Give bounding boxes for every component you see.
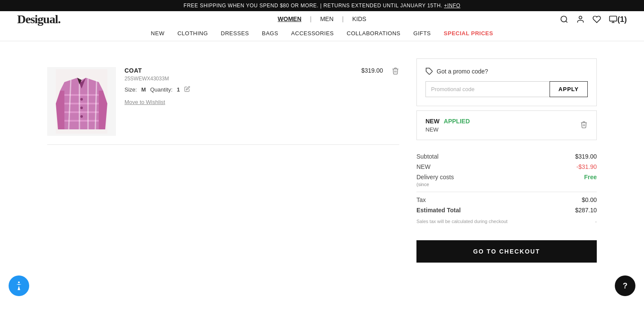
- heart-icon: [592, 15, 601, 24]
- header: Desigual. WOMEN | MEN | KIDS (1) NEW: [0, 11, 644, 41]
- banner-text: FREE SHIPPING WHEN YOU SPEND $80 OR MORE…: [184, 3, 443, 9]
- size-label: Size:: [125, 86, 137, 93]
- header-top: Desigual. WOMEN | MEN | KIDS (1): [17, 15, 627, 26]
- delivery-value: Free: [584, 174, 597, 187]
- cart-section: COAT 25SWEWX43033M Size: M Quantity: 1 M…: [47, 58, 399, 263]
- subtotal-value: $319.00: [575, 153, 597, 160]
- gender-nav-women[interactable]: WOMEN: [278, 15, 301, 23]
- top-banner: FREE SHIPPING WHEN YOU SPEND $80 OR MORE…: [0, 0, 644, 11]
- promo-code-input[interactable]: [425, 81, 550, 97]
- cart-item: COAT 25SWEWX43033M Size: M Quantity: 1 M…: [47, 58, 399, 145]
- delivery-label-text: Delivery costs: [416, 174, 454, 181]
- estimated-total-label: Estimated Total: [416, 207, 461, 214]
- cart-button[interactable]: (1): [609, 15, 627, 24]
- applied-status: APPLIED: [444, 118, 470, 125]
- tax-note: Sales tax will be calculated during chec…: [416, 219, 507, 224]
- checkout-button[interactable]: GO TO CHECKOUT: [416, 240, 597, 263]
- gender-nav: WOMEN | MEN | KIDS: [278, 15, 366, 23]
- quantity-value: 1: [177, 86, 180, 93]
- applied-code-box: NEW APPLIED NEW: [416, 110, 597, 140]
- header-icons: (1): [560, 15, 627, 24]
- discount-label: NEW: [416, 163, 431, 170]
- wishlist-button[interactable]: [592, 15, 601, 24]
- cart-count: (1): [617, 15, 627, 24]
- gender-nav-kids[interactable]: KIDS: [352, 15, 366, 23]
- order-summary: Got a promo code? APPLY NEW APPLIED NEW: [416, 58, 597, 263]
- subtotal-label: Subtotal: [416, 153, 438, 160]
- product-sku: 25SWEWX43033M: [125, 76, 352, 82]
- tax-value: $0.00: [582, 196, 597, 203]
- nav-accessories[interactable]: ACCESSORIES: [291, 30, 334, 37]
- page-content: COAT 25SWEWX43033M Size: M Quantity: 1 M…: [21, 41, 623, 280]
- trash-icon: [392, 67, 399, 75]
- tax-row: Tax $0.00: [416, 196, 597, 203]
- svg-line-1: [566, 21, 568, 23]
- delete-item-button[interactable]: [392, 67, 399, 77]
- tax-label: Tax: [416, 196, 426, 203]
- nav-collaborations[interactable]: COLLABORATIONS: [347, 30, 401, 37]
- applied-code-info: NEW APPLIED NEW: [425, 118, 470, 133]
- delivery-row: Delivery costs (since Free: [416, 174, 597, 187]
- delivery-label: Delivery costs (since: [416, 174, 454, 187]
- svg-point-17: [80, 107, 83, 109]
- subtotal-row: Subtotal $319.00: [416, 153, 597, 160]
- promo-section: Got a promo code? APPLY: [416, 58, 597, 106]
- product-image: [56, 69, 107, 134]
- totals-divider: [416, 192, 597, 192]
- discount-row: NEW -$31.90: [416, 163, 597, 170]
- logo[interactable]: Desigual.: [17, 12, 61, 26]
- estimated-total-value: $287.10: [575, 207, 597, 214]
- account-icon: [576, 15, 585, 24]
- tax-note-dash: -: [595, 219, 597, 224]
- nav-special-prices[interactable]: SPECIAL PRICES: [444, 30, 493, 37]
- banner-info-link[interactable]: +INFO: [444, 3, 460, 9]
- trash-promo-icon: [580, 121, 588, 128]
- search-icon: [560, 15, 568, 24]
- promo-input-row: APPLY: [425, 81, 588, 97]
- main-nav: NEW CLOTHING DRESSES BAGS ACCESSORIES CO…: [151, 26, 493, 41]
- svg-point-2: [579, 16, 582, 19]
- svg-point-0: [561, 16, 567, 22]
- svg-point-18: [80, 115, 83, 118]
- search-button[interactable]: [560, 15, 568, 24]
- gender-nav-men[interactable]: MEN: [320, 15, 334, 23]
- nav-new[interactable]: NEW: [151, 30, 164, 37]
- tag-icon: [425, 67, 433, 75]
- edit-icon[interactable]: [184, 86, 190, 93]
- nav-bags[interactable]: BAGS: [262, 30, 278, 37]
- product-info: COAT 25SWEWX43033M Size: M Quantity: 1 M…: [125, 67, 352, 105]
- size-value: M: [141, 86, 146, 93]
- product-meta: Size: M Quantity: 1: [125, 86, 352, 93]
- applied-code-label: NEW APPLIED: [425, 118, 470, 125]
- product-image-box: [47, 67, 116, 136]
- sep-1: |: [310, 15, 312, 23]
- tax-note-row: Sales tax will be calculated during chec…: [416, 217, 597, 224]
- product-name: COAT: [125, 67, 352, 74]
- remove-promo-button[interactable]: [580, 121, 588, 130]
- estimated-total-row: Estimated Total $287.10: [416, 207, 597, 214]
- move-to-wishlist-button[interactable]: Move to Wishlist: [125, 99, 165, 105]
- svg-rect-3: [610, 16, 617, 21]
- promo-header-text: Got a promo code?: [437, 68, 488, 75]
- sep-2: |: [342, 15, 344, 23]
- cart-icon: [609, 15, 617, 24]
- promo-header: Got a promo code?: [425, 67, 588, 75]
- delivery-since: (since: [416, 182, 429, 187]
- nav-clothing[interactable]: CLOTHING: [177, 30, 208, 37]
- apply-promo-button[interactable]: APPLY: [550, 81, 588, 97]
- svg-point-16: [80, 98, 83, 101]
- totals-section: Subtotal $319.00 NEW -$31.90 Delivery co…: [416, 149, 597, 232]
- nav-gifts[interactable]: GIFTS: [413, 30, 431, 37]
- applied-code-text: NEW: [425, 118, 440, 125]
- quantity-label: Quantity:: [150, 86, 173, 93]
- product-price: $319.00: [361, 67, 383, 74]
- product-actions: Move to Wishlist: [125, 98, 352, 105]
- account-button[interactable]: [576, 15, 585, 24]
- discount-value: -$31.90: [577, 163, 597, 170]
- nav-dresses[interactable]: DRESSES: [221, 30, 249, 37]
- applied-description: NEW: [425, 126, 470, 133]
